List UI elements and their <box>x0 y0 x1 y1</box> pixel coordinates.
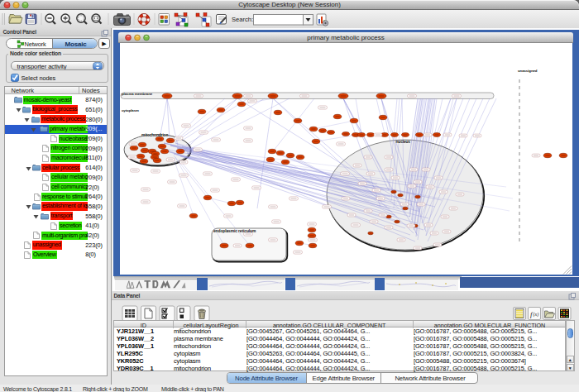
svg-text:nucleus: nucleus <box>396 140 411 144</box>
svg-text:cytoplasm: cytoplasm <box>122 108 139 112</box>
svg-text:plasma membrane: plasma membrane <box>122 92 153 96</box>
svg-text:Search:: Search: <box>232 16 253 23</box>
svg-text:unassigned: unassigned <box>518 69 538 73</box>
svg-text:mitochondrion: mitochondrion <box>141 133 168 137</box>
svg-text:(x): (x) <box>534 312 539 318</box>
svg-text:endoplasmic reticulum: endoplasmic reticulum <box>213 229 256 233</box>
